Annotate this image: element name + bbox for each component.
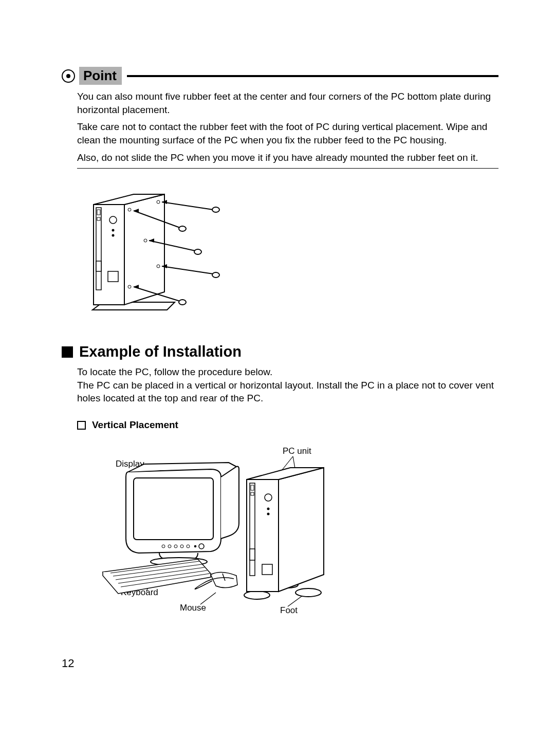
thin-rule	[77, 168, 498, 169]
svg-rect-54	[250, 483, 255, 576]
svg-point-60	[268, 508, 269, 510]
svg-rect-55	[251, 485, 254, 490]
svg-point-19	[212, 207, 219, 212]
sub-heading-text: Vertical Placement	[92, 419, 178, 431]
svg-rect-4	[96, 261, 101, 271]
section-heading: Example of Installation	[62, 343, 498, 360]
svg-line-14	[162, 202, 213, 210]
svg-point-51	[295, 588, 321, 597]
svg-rect-57	[250, 549, 255, 560]
svg-point-10	[128, 208, 131, 211]
svg-line-17	[162, 266, 213, 274]
point-callout-header: Point	[62, 67, 498, 85]
rubber-feet-diagram	[87, 189, 242, 323]
point-label: Point	[79, 67, 122, 85]
label-mouse: Mouse	[180, 603, 206, 613]
svg-point-8	[113, 235, 114, 236]
svg-rect-58	[262, 564, 272, 575]
svg-rect-56	[251, 492, 254, 495]
svg-rect-5	[108, 271, 118, 282]
page-number: 12	[62, 657, 498, 670]
point-paragraph: You can also mount five rubber feet at t…	[77, 90, 498, 116]
heavy-rule	[127, 75, 498, 77]
manual-page: Point You can also mount five rubber fee…	[0, 0, 555, 701]
svg-point-13	[128, 285, 131, 288]
point-paragraph: Also, do not slide the PC when you move …	[77, 151, 498, 164]
section-intro: To locate the PC, follow the procedure b…	[77, 365, 498, 379]
filled-square-icon	[62, 346, 73, 358]
svg-point-23	[179, 300, 186, 305]
svg-point-41	[187, 545, 190, 548]
svg-point-7	[113, 230, 114, 231]
svg-line-32	[200, 593, 216, 604]
svg-point-12	[157, 265, 160, 268]
svg-point-9	[157, 200, 160, 204]
vertical-placement-diagram: PC unit Display Keyboard Mouse Foot	[82, 441, 349, 626]
svg-point-11	[144, 239, 147, 242]
svg-point-22	[212, 272, 219, 278]
label-foot: Foot	[280, 605, 298, 615]
svg-rect-2	[97, 210, 100, 215]
svg-rect-3	[97, 217, 100, 220]
point-paragraph: Take care not to contact the rubber feet…	[77, 120, 498, 146]
svg-point-39	[174, 545, 177, 548]
svg-point-21	[194, 249, 201, 254]
svg-point-42	[199, 544, 204, 549]
svg-point-50	[244, 591, 270, 599]
target-icon	[62, 69, 75, 83]
svg-point-59	[265, 494, 272, 501]
section-body: The PC can be placed in a vertical or ho…	[77, 379, 498, 405]
svg-point-37	[162, 545, 165, 548]
svg-point-40	[180, 545, 183, 548]
sub-heading: Vertical Placement	[77, 419, 498, 431]
svg-point-61	[268, 513, 269, 515]
svg-line-33	[288, 595, 303, 606]
svg-point-38	[168, 545, 171, 548]
svg-point-6	[109, 216, 117, 224]
section-heading-text: Example of Installation	[79, 343, 242, 360]
label-pcunit: PC unit	[283, 446, 311, 456]
hollow-square-icon	[77, 421, 86, 430]
svg-point-20	[179, 226, 186, 231]
svg-point-43	[195, 546, 196, 547]
svg-rect-35	[134, 478, 213, 540]
